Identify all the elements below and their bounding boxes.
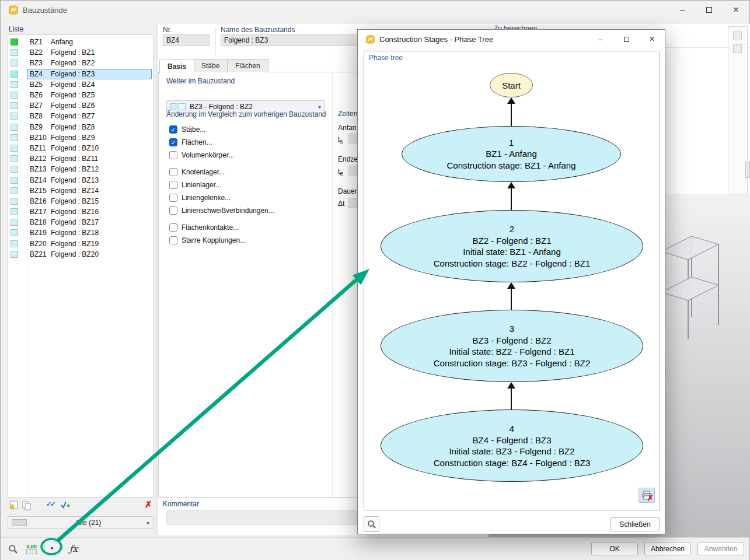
list-item[interactable]: BZ20Folgend : BZ19 xyxy=(8,239,153,249)
panel-handle[interactable] xyxy=(745,162,750,178)
print-disabled-button[interactable]: ✗ xyxy=(639,488,655,503)
list-item[interactable]: BZ11Folgend : BZ10 xyxy=(8,143,153,153)
list-item[interactable]: BZ13Folgend : BZ12 xyxy=(8,164,153,174)
checkbox-row-8[interactable]: Starre Kopplungen... xyxy=(169,236,327,245)
sidebar-button[interactable] xyxy=(733,32,742,40)
checkbox[interactable] xyxy=(169,206,177,215)
phase-node-line: 2 xyxy=(510,223,514,235)
stage-color-swatch xyxy=(11,49,18,56)
list-item[interactable]: BZ4Folgend : BZ3 xyxy=(8,69,153,79)
list-item[interactable]: BZ6Folgend : BZ5 xyxy=(8,90,153,100)
checkbox[interactable] xyxy=(169,223,177,232)
checkbox-row-7[interactable]: Flächenkontakte... xyxy=(169,223,327,232)
list-item[interactable]: BZ8Folgend : BZ7 xyxy=(8,111,153,121)
dialog-titlebar: Construction Stages - Phase Tree – × xyxy=(358,30,665,48)
name-field[interactable]: Folgend : BZ3 xyxy=(221,34,371,46)
checkbox[interactable]: ✓ xyxy=(169,138,177,146)
stage-id: BZ9 xyxy=(30,123,51,131)
tab-flaechen[interactable]: Flächen xyxy=(227,59,268,72)
list-item[interactable]: BZ10Folgend : BZ9 xyxy=(8,132,153,143)
apply-button[interactable]: Anwenden xyxy=(697,542,744,555)
checkbox[interactable] xyxy=(169,151,177,159)
zeiten-sym-dt: Δt xyxy=(338,200,344,209)
list-item[interactable]: BZ9Folgend : BZ8 xyxy=(8,122,153,132)
stage-label: Folgend : BZ6 xyxy=(51,102,95,110)
dialog-close-action-button[interactable]: Schließen xyxy=(610,517,660,531)
delete-stage-button[interactable]: ✗ xyxy=(145,499,152,510)
checkbox-row-5[interactable]: Liniengelenke... xyxy=(169,193,327,202)
model-3d-wireframe xyxy=(655,218,723,340)
list-item[interactable]: BZ12Folgend : BZ11 xyxy=(8,153,153,164)
ok-button[interactable]: OK xyxy=(591,542,638,555)
decimal-places-button[interactable]: 0,00 xyxy=(24,541,39,556)
tree-arrow-head xyxy=(507,382,515,388)
list-item[interactable]: BZ7Folgend : BZ6 xyxy=(8,100,153,111)
check-apply-button[interactable] xyxy=(60,500,72,510)
stage-color-swatch xyxy=(11,92,18,99)
list-item[interactable]: BZ5Folgend : BZ4 xyxy=(8,79,153,90)
checkbox[interactable] xyxy=(169,194,177,202)
cancel-button[interactable]: Abbrechen xyxy=(644,542,691,555)
stage-label: Folgend : BZ7 xyxy=(51,112,95,120)
dialog-title: Construction Stages - Phase Tree xyxy=(379,35,493,44)
phase-node-4[interactable]: 4BZ4 - Folgend : BZ3Initial state: BZ3 -… xyxy=(381,410,643,482)
tab-staebe[interactable]: Stäbe xyxy=(193,59,228,72)
list-item[interactable]: BZ16Folgend : BZ15 xyxy=(8,196,153,206)
list-item[interactable]: BZ21Folgend : BZ20 xyxy=(8,249,153,260)
list-item[interactable]: BZ19Folgend : BZ18 xyxy=(8,228,153,238)
checkbox-row-0[interactable]: ✓Stäbe... xyxy=(169,125,327,134)
search-button[interactable] xyxy=(5,541,20,556)
phase-node-line: BZ1 - Anfang xyxy=(486,148,537,160)
dialog-close-button[interactable]: × xyxy=(639,30,665,48)
checkbox-label: Liniengelenke... xyxy=(182,194,231,202)
disabled-cross-icon: ✗ xyxy=(647,494,654,502)
dialog-minimize-button[interactable]: – xyxy=(588,30,613,48)
checkbox-row-3[interactable]: Knotenlager... xyxy=(169,167,327,177)
checkbox[interactable] xyxy=(169,181,177,189)
checkbox-label: Flächen... xyxy=(182,138,212,146)
kommentar-field[interactable] xyxy=(166,510,357,525)
checkbox[interactable] xyxy=(169,168,177,176)
stage-id: BZ18 xyxy=(30,218,51,226)
close-button[interactable]: × xyxy=(723,1,749,19)
dialog-search-button[interactable] xyxy=(364,516,379,532)
checkbox-label: Knotenlager... xyxy=(182,168,225,176)
checkbox-row-6[interactable]: Linienschweißverbindungen... xyxy=(169,206,327,215)
sidebar-button[interactable] xyxy=(733,44,742,53)
phase-node-line: BZ2 - Folgend : BZ1 xyxy=(472,235,551,247)
checkbox-row-4[interactable]: Linienlager... xyxy=(169,180,327,190)
checkbox[interactable] xyxy=(169,236,177,244)
nr-field[interactable]: BZ4 xyxy=(163,34,210,46)
list-item[interactable]: BZ14Folgend : BZ13 xyxy=(8,174,153,185)
tab-basis[interactable]: Basis xyxy=(159,59,194,73)
stage-id: BZ5 xyxy=(30,80,51,89)
stage-color-swatch xyxy=(11,134,18,141)
check-all-button[interactable]: ✓✓ xyxy=(46,500,58,510)
phase-node-start[interactable]: Start xyxy=(490,73,533,97)
dot-display-button[interactable]: ● xyxy=(44,541,60,555)
stage-label: Folgend : BZ13 xyxy=(51,176,99,184)
phase-node-1[interactable]: 1BZ1 - AnfangConstruction stage: BZ1 - A… xyxy=(402,126,621,182)
formula-button[interactable]: ƒx xyxy=(66,541,81,556)
search-icon xyxy=(8,544,18,554)
phase-node-line: Construction stage: BZ2 - Folgend : BZ1 xyxy=(434,258,590,270)
phase-node-3[interactable]: 3BZ3 - Folgend : BZ2Initial state: BZ2 -… xyxy=(381,310,643,382)
checkbox[interactable]: ✓ xyxy=(169,125,177,134)
list-item[interactable]: BZ18Folgend : BZ17 xyxy=(8,217,153,228)
phase-node-line: BZ3 - Folgend : BZ2 xyxy=(472,335,551,346)
dialog-maximize-button[interactable] xyxy=(613,30,639,48)
copy-stage-button[interactable] xyxy=(22,501,32,510)
list-item[interactable]: BZ15Folgend : BZ14 xyxy=(8,186,153,196)
list-item[interactable]: BZ2Folgend : BZ1 xyxy=(8,47,153,58)
add-stage-button[interactable] xyxy=(9,501,19,510)
checkbox-row-1[interactable]: ✓Flächen... xyxy=(169,138,327,147)
phase-node-2[interactable]: 2BZ2 - Folgend : BZ1Initial state: BZ1 -… xyxy=(381,210,643,282)
list-filter-dropdown[interactable]: Alle (21) ▾ xyxy=(8,516,154,529)
minimize-button[interactable]: – xyxy=(669,1,696,19)
maximize-button[interactable] xyxy=(696,1,723,19)
list-item[interactable]: BZ17Folgend : BZ16 xyxy=(8,206,153,217)
list-item[interactable]: BZ1Anfang xyxy=(8,37,153,47)
checkbox-row-2[interactable]: Volumenkörper... xyxy=(169,150,327,160)
list-item[interactable]: BZ3Folgend : BZ2 xyxy=(8,58,153,68)
stage-id: BZ19 xyxy=(30,229,51,237)
